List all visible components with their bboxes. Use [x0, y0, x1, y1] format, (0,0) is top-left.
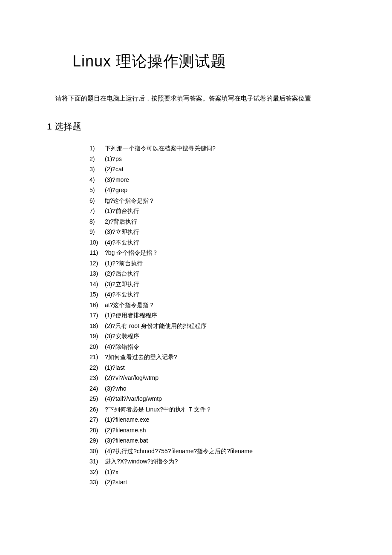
item-number: 32 [89, 467, 101, 477]
list-item: 2(1)?ps [89, 154, 337, 164]
list-item: 28(2)?filename.sh [89, 425, 337, 436]
item-number: 23 [89, 373, 101, 383]
item-text: (3)?立即执行 [105, 228, 139, 235]
item-text: (1)?前台执行 [105, 207, 139, 214]
list-item: 6fg?这个指令是指？ [89, 196, 337, 206]
item-number: 25 [89, 394, 101, 404]
item-number: 31 [89, 456, 101, 467]
item-text: (3)?who [105, 385, 127, 392]
item-text: (3)?立即执行 [105, 281, 139, 288]
item-number: 19 [89, 331, 101, 342]
item-number: 33 [89, 477, 101, 488]
list-item: 24(3)?who [89, 383, 337, 394]
item-number: 11 [89, 247, 101, 258]
item-number: 7 [89, 206, 101, 216]
item-text: (4)?不要执行 [105, 291, 139, 298]
item-text: ?bg 企个指令是指？ [105, 249, 158, 256]
list-item: 82)?背后执行 [89, 216, 337, 227]
list-item: 18(2)?只有 root 身份才能使用的排程程序 [89, 321, 337, 331]
list-item: 33(2)?start [89, 477, 337, 488]
item-text: (4)?tail?/var/log/wmtp [105, 395, 162, 402]
list-item: 12(1)??前台执行 [89, 258, 337, 269]
item-number: 8 [89, 216, 101, 227]
item-text: (1)?filename.exe [105, 416, 149, 423]
item-text: at?这个指令是指？ [105, 302, 155, 308]
list-item: 17(1)?使用者排程程序 [89, 310, 337, 321]
item-number: 2 [89, 154, 101, 164]
item-number: 22 [89, 362, 101, 373]
list-item: 22(1)?last [89, 362, 337, 373]
item-text: (1)?ps [105, 155, 122, 162]
item-text: (2)?start [105, 479, 127, 486]
list-item: 1下列那一个指令可以在档案中搜寻关键词? [89, 143, 337, 154]
item-number: 3 [89, 164, 101, 175]
item-text: (3)?filename.bat [105, 437, 148, 444]
list-item: 23(2)?vi?/var/log/wtmp [89, 373, 337, 383]
item-number: 9 [89, 227, 101, 237]
item-number: 21 [89, 352, 101, 362]
item-number: 14 [89, 279, 101, 290]
item-text: (4)?除错指令 [105, 343, 139, 350]
item-text: (1)?使用者排程程序 [105, 312, 157, 319]
item-text: (4)?grep [105, 187, 127, 193]
item-number: 16 [89, 300, 101, 311]
intro-paragraph: 请将下面的题目在电脑上运行后，按照要求填写答案。答案填写在电子试卷的最后答案位置 [55, 93, 337, 104]
list-item: 7(1)?前台执行 [89, 206, 337, 216]
list-item: 20(4)?除错指令 [89, 342, 337, 352]
item-text: (3)?安装程序 [105, 333, 139, 339]
item-text: (1)??前台执行 [105, 260, 143, 267]
item-number: 30 [89, 446, 101, 457]
item-number: 6 [89, 196, 101, 206]
item-text: 下列那一个指令可以在档案中搜寻关键词? [105, 145, 216, 152]
item-number: 5 [89, 185, 101, 196]
list-item: 31进入?X?window?的指令为? [89, 456, 337, 467]
list-item: 21?如何查看过去的登入记录? [89, 352, 337, 362]
item-number: 27 [89, 414, 101, 425]
item-text: (2)?cat [105, 166, 124, 173]
item-text: (2)?filename.sh [105, 427, 146, 434]
item-number: 24 [89, 383, 101, 394]
item-text: ?如何查看过去的登入记录? [105, 354, 177, 360]
list-item: 15(4)?不要执行 [89, 289, 337, 300]
item-text: (1)?x [105, 469, 118, 475]
item-number: 13 [89, 268, 101, 279]
item-text: (2)?vi?/var/log/wtmp [105, 374, 159, 381]
item-number: 15 [89, 289, 101, 300]
item-text: (4)?不要执行 [105, 239, 139, 246]
item-text: (2)?只有 root 身份才能使用的排程程序 [105, 322, 207, 329]
item-number: 17 [89, 310, 101, 321]
item-number: 1 [89, 143, 101, 154]
item-number: 18 [89, 321, 101, 331]
list-item: 13(2)?后台执行 [89, 268, 337, 279]
list-item: 5(4)?grep [89, 185, 337, 196]
list-item: 30(4)?执行过?chmod?755?filename?指令之后的?filen… [89, 446, 337, 457]
list-item: 27(1)?filename.exe [89, 414, 337, 425]
item-number: 26 [89, 404, 101, 415]
list-item: 9(3)?立即执行 [89, 227, 337, 237]
item-text: (3)?more [105, 176, 129, 183]
item-text: (2)?后台执行 [105, 270, 139, 277]
list-item: 19(3)?安装程序 [89, 331, 337, 342]
question-list: 1下列那一个指令可以在档案中搜寻关键词?2(1)?ps3(2)?cat4(3)?… [55, 143, 337, 488]
list-item: 32(1)?x [89, 467, 337, 477]
item-text: ?下列何者必是 Linux?中的执彳 T 文件？ [105, 406, 212, 413]
item-text: 进入?X?window?的指令为? [105, 458, 178, 465]
item-number: 20 [89, 342, 101, 352]
item-text: 2)?背后执行 [105, 218, 137, 225]
list-item: 4(3)?more [89, 175, 337, 185]
list-item: 25(4)?tail?/var/log/wmtp [89, 394, 337, 404]
section-heading: 1 选择题 [47, 121, 337, 132]
item-text: (4)?执行过?chmod?755?filename?指令之后的?filenam… [105, 448, 253, 454]
list-item: 29(3)?filename.bat [89, 435, 337, 446]
list-item: 14(3)?立即执行 [89, 279, 337, 290]
list-item: 26?下列何者必是 Linux?中的执彳 T 文件？ [89, 404, 337, 415]
item-number: 12 [89, 258, 101, 269]
document-title: Linux 理论操作测试题 [72, 51, 337, 72]
item-number: 28 [89, 425, 101, 436]
item-text: fg?这个指令是指？ [105, 197, 155, 204]
document-page: Linux 理论操作测试题 请将下面的题目在电脑上运行后，按照要求填写答案。答案… [0, 0, 392, 513]
list-item: 10(4)?不要执行 [89, 237, 337, 248]
list-item: 3(2)?cat [89, 164, 337, 175]
item-number: 29 [89, 435, 101, 446]
list-item: 16at?这个指令是指？ [89, 300, 337, 311]
